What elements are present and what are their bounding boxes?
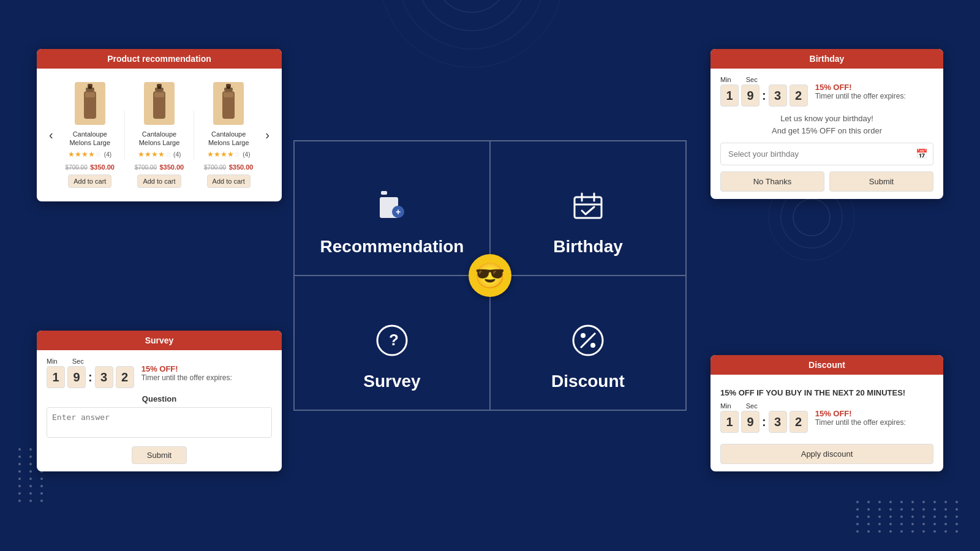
product-stars-1: ★★★★☆ (4) <box>61 150 119 159</box>
survey-input[interactable] <box>47 407 272 438</box>
survey-label: Survey <box>363 372 420 391</box>
recommendation-popup: Product recommendation ‹ Cantaloupe Melo… <box>37 49 282 201</box>
survey-timer-d2: 9 <box>67 366 86 388</box>
survey-submit-button[interactable]: Submit <box>132 446 187 464</box>
birthday-label: Birthday <box>553 237 623 257</box>
survey-timer-offer: 15% OFF! Timer until the offer expires: <box>141 364 232 382</box>
svg-point-0 <box>435 0 508 12</box>
product-stars-2: ★★★★☆ (4) <box>130 150 189 159</box>
survey-popup: Survey Min Sec 1 9 : 3 2 15% OFF! Timer … <box>37 331 282 471</box>
grid-cell-discount[interactable]: Discount <box>490 276 686 410</box>
svg-point-19 <box>581 333 586 338</box>
survey-icon: ? <box>375 323 409 364</box>
birthday-input-row: 📅 <box>720 143 933 165</box>
survey-timer-row: Min Sec 1 9 : 3 2 15% OFF! Timer until t… <box>47 358 272 388</box>
product-name-3: Cantaloupe Melons Large <box>199 130 258 148</box>
svg-rect-24 <box>85 92 95 97</box>
discount-timer-d4: 2 <box>790 411 808 433</box>
product-item-1: Cantaloupe Melons Large ★★★★☆ (4) $700.0… <box>56 82 124 188</box>
no-thanks-button[interactable]: No Thanks <box>720 171 824 192</box>
birthday-info: Let us know your birthday! And get 15% O… <box>720 113 933 137</box>
birthday-input[interactable] <box>721 144 911 163</box>
discount-timer-d1: 1 <box>720 411 739 433</box>
svg-point-3 <box>380 0 564 67</box>
birthday-timer: Min Sec 1 9 : 3 2 <box>720 76 808 107</box>
product-prices-2: $700.00 $350.00 <box>130 161 189 172</box>
product-prices-3: $700.00 $350.00 <box>199 161 258 172</box>
product-prices-1: $700.00 $350.00 <box>61 161 119 172</box>
recommendation-popup-header: Product recommendation <box>37 49 282 69</box>
grid-cell-birthday[interactable]: Birthday <box>490 141 686 276</box>
discount-timer-d2: 9 <box>741 411 760 433</box>
discount-headline: 15% OFF IF YOU BUY IN THE NEXT 20 MINUTE… <box>720 388 933 397</box>
birthday-timer-offer: 15% OFF! Timer until the offer expires: <box>815 83 906 100</box>
survey-popup-header: Survey <box>37 331 282 350</box>
svg-point-1 <box>417 0 527 31</box>
product-name-2: Cantaloupe Melons Large <box>130 130 189 148</box>
birthday-timer-d1: 1 <box>720 84 739 107</box>
discount-timer-d3: 3 <box>769 411 787 433</box>
svg-text:?: ? <box>389 331 399 349</box>
product-item-3: Cantaloupe Melons Large ★★★★☆ (4) $700.0… <box>194 82 263 188</box>
svg-point-4 <box>793 199 830 236</box>
discount-timer-offer: 15% OFF! Timer until the offer expires: <box>815 409 906 427</box>
product-image-3 <box>213 82 244 125</box>
calendar-icon: 📅 <box>911 143 933 165</box>
add-to-cart-button-3[interactable]: Add to cart <box>207 174 251 188</box>
survey-timer: Min Sec 1 9 : 3 2 <box>47 358 134 388</box>
birthday-popup-header: Birthday <box>710 49 943 69</box>
discount-timer: Min Sec 1 9 : 3 2 <box>720 402 808 433</box>
product-image-1 <box>75 82 105 125</box>
svg-rect-29 <box>154 92 164 97</box>
add-to-cart-button-1[interactable]: Add to cart <box>68 174 111 188</box>
product-item-2: Cantaloupe Melons Large ★★★★☆ (4) $700.0… <box>125 82 194 188</box>
product-name-1: Cantaloupe Melons Large <box>61 130 119 148</box>
svg-rect-30 <box>157 86 161 89</box>
survey-timer-d1: 1 <box>47 366 65 388</box>
birthday-popup: Birthday Min Sec 1 9 : 3 2 15% OFF! Time… <box>710 49 943 199</box>
apply-discount-button[interactable]: Apply discount <box>720 444 933 464</box>
decorative-dots-right <box>856 501 962 533</box>
svg-rect-11 <box>575 197 601 218</box>
product-list: ‹ Cantaloupe Melons Large ★★★★☆ (4) $700… <box>47 76 272 194</box>
discount-label: Discount <box>551 372 625 391</box>
svg-point-2 <box>398 0 545 49</box>
svg-point-20 <box>590 343 595 348</box>
discount-popup: Discount 15% OFF IF YOU BUY IN THE NEXT … <box>710 355 943 471</box>
discount-popup-header: Discount <box>710 355 943 375</box>
svg-rect-8 <box>381 191 387 195</box>
product-image-2 <box>144 82 175 125</box>
survey-timer-d4: 2 <box>116 366 134 388</box>
discount-timer-row: Min Sec 1 9 : 3 2 15% OFF! Timer until t… <box>720 402 933 433</box>
product-next-arrow[interactable]: › <box>263 128 272 142</box>
birthday-icon <box>571 189 605 230</box>
grid-cell-survey[interactable]: ? Survey <box>294 276 490 410</box>
birthday-timer-row: Min Sec 1 9 : 3 2 15% OFF! Timer until t… <box>720 76 933 107</box>
grid-cell-recommendation[interactable]: + Recommendation <box>294 141 490 276</box>
add-to-cart-button-2[interactable]: Add to cart <box>137 174 181 188</box>
product-prev-arrow[interactable]: ‹ <box>47 128 56 142</box>
center-emoji: 😎 <box>469 254 511 297</box>
recommendation-label: Recommendation <box>320 237 464 257</box>
birthday-timer-d4: 2 <box>790 84 808 107</box>
svg-rect-35 <box>227 86 230 89</box>
svg-rect-25 <box>88 86 92 89</box>
svg-text:+: + <box>396 207 401 217</box>
svg-rect-34 <box>224 92 233 97</box>
discount-icon <box>571 323 605 364</box>
birthday-timer-d3: 3 <box>769 84 787 107</box>
survey-timer-d3: 3 <box>95 366 113 388</box>
birthday-submit-button[interactable]: Submit <box>829 171 933 192</box>
birthday-actions: No Thanks Submit <box>720 171 933 192</box>
recommendation-icon: + <box>375 189 409 230</box>
product-stars-3: ★★★★☆ (4) <box>199 150 258 159</box>
birthday-timer-d2: 9 <box>741 84 760 107</box>
survey-question-label: Question <box>47 394 272 403</box>
